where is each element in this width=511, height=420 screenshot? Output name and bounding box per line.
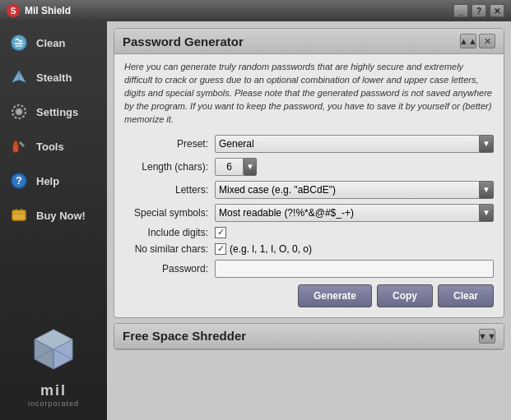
collapse-button[interactable]: ▲▲ — [460, 34, 476, 48]
panel-controls: ▲▲ ✕ — [460, 34, 495, 48]
length-spinner[interactable]: ▼ — [244, 158, 257, 176]
shredder-expand-button[interactable]: ▼▼ — [479, 329, 495, 344]
password-generator-body: Here you can generate truly random passw… — [114, 54, 504, 317]
description-text: Here you can generate truly random passw… — [124, 61, 494, 127]
stealth-icon — [8, 67, 30, 88]
include-digits-checkbox[interactable] — [215, 227, 226, 238]
button-row: Generate Copy Clear — [124, 284, 494, 307]
title-bar: S Mil Shield _ ? ✕ — [0, 0, 511, 21]
sidebar-item-tools[interactable]: Tools — [0, 129, 107, 164]
sidebar-item-help[interactable]: ? Help — [0, 164, 107, 198]
settings-icon — [8, 101, 30, 122]
free-space-shredder-panel: Free Space Shredder ▼▼ — [114, 323, 504, 350]
password-input[interactable] — [215, 260, 494, 278]
svg-rect-4 — [14, 141, 17, 145]
password-generator-title: Password Generator — [123, 35, 244, 48]
svg-rect-7 — [12, 210, 26, 220]
password-label: Password: — [124, 263, 215, 275]
length-label: Length (chars): — [124, 161, 215, 173]
length-row: Length (chars): ▼ — [124, 158, 494, 176]
clean-label: Clean — [36, 37, 65, 49]
preset-row: Preset: General Strong PIN ▼ — [124, 135, 494, 153]
close-button[interactable]: ✕ — [490, 4, 504, 17]
special-label: Special symbols: — [124, 207, 215, 219]
copy-button[interactable]: Copy — [377, 284, 433, 307]
clear-button[interactable]: Clear — [438, 284, 494, 307]
sidebar-item-buynow[interactable]: Buy Now! — [0, 198, 107, 233]
include-digits-row: Include digits: — [124, 227, 494, 238]
shredder-header: Free Space Shredder ▼▼ — [114, 324, 504, 349]
special-dropdown-container: Most readable (?!%*&@#$_-+) All symbols … — [215, 204, 494, 222]
help-icon: ? — [8, 170, 30, 192]
sidebar-item-settings[interactable]: Settings — [0, 95, 107, 129]
preset-select[interactable]: General Strong PIN — [215, 135, 480, 153]
help-label: Help — [36, 175, 59, 187]
svg-point-1 — [16, 108, 22, 115]
special-select[interactable]: Most readable (?!%*&@#$_-+) All symbols … — [215, 204, 480, 222]
clean-icon — [8, 32, 30, 53]
svg-text:?: ? — [16, 174, 22, 187]
help-button[interactable]: ? — [472, 4, 486, 17]
preset-dropdown-arrow[interactable]: ▼ — [479, 135, 494, 153]
no-similar-row: No similar chars: (e.g. l, 1, I, O, 0, o… — [124, 243, 494, 255]
tools-label: Tools — [36, 141, 64, 153]
stealth-label: Stealth — [36, 72, 72, 84]
main-layout: Clean Stealth Settings — [0, 21, 511, 420]
shredder-title: Free Space Shredder — [123, 329, 246, 343]
sidebar: Clean Stealth Settings — [0, 21, 107, 420]
letters-row: Letters: Mixed case (e.g. "aBCdE") Lower… — [124, 181, 494, 199]
no-similar-hint: (e.g. l, 1, I, O, 0, o) — [230, 243, 312, 255]
logo-subtext: incorporated — [28, 399, 79, 408]
window-controls: _ ? ✕ — [453, 4, 504, 17]
close-panel-button[interactable]: ✕ — [479, 34, 495, 48]
special-dropdown-arrow[interactable]: ▼ — [479, 204, 494, 222]
content-area: Password Generator ▲▲ ✕ Here you can gen… — [107, 21, 511, 420]
special-row: Special symbols: Most readable (?!%*&@#$… — [124, 204, 494, 222]
shredder-controls: ▼▼ — [479, 329, 495, 344]
letters-dropdown-container: Mixed case (e.g. "aBCdE") Lower case onl… — [215, 181, 494, 199]
sidebar-item-clean[interactable]: Clean — [0, 25, 107, 60]
buynow-label: Buy Now! — [36, 210, 86, 222]
length-input-container: ▼ — [215, 158, 257, 176]
no-similar-label: No similar chars: — [124, 243, 215, 255]
generate-button[interactable]: Generate — [298, 284, 372, 307]
preset-label: Preset: — [124, 138, 215, 150]
tools-icon — [8, 136, 30, 157]
logo-cube-svg — [25, 321, 82, 379]
letters-label: Letters: — [124, 184, 215, 196]
svg-point-0 — [12, 35, 26, 50]
preset-dropdown-container: General Strong PIN ▼ — [215, 135, 494, 153]
minimize-button[interactable]: _ — [453, 4, 468, 17]
password-generator-header: Password Generator ▲▲ ✕ — [114, 29, 504, 54]
app-title: Mil Shield — [25, 5, 453, 16]
buynow-icon — [8, 205, 30, 226]
letters-dropdown-arrow[interactable]: ▼ — [479, 181, 494, 199]
letters-select[interactable]: Mixed case (e.g. "aBCdE") Lower case onl… — [215, 181, 480, 199]
logo-text: mil — [40, 382, 67, 399]
settings-label: Settings — [36, 106, 78, 118]
password-generator-panel: Password Generator ▲▲ ✕ Here you can gen… — [114, 28, 504, 318]
sidebar-item-stealth[interactable]: Stealth — [0, 60, 107, 95]
include-digits-container — [215, 227, 226, 238]
no-similar-container: (e.g. l, 1, I, O, 0, o) — [215, 243, 312, 255]
sidebar-logo: mil incorporated — [0, 321, 107, 420]
length-input[interactable] — [215, 158, 244, 176]
include-digits-label: Include digits: — [124, 227, 215, 238]
no-similar-checkbox[interactable] — [215, 243, 226, 255]
app-icon: S — [7, 4, 20, 17]
password-row: Password: — [124, 260, 494, 278]
